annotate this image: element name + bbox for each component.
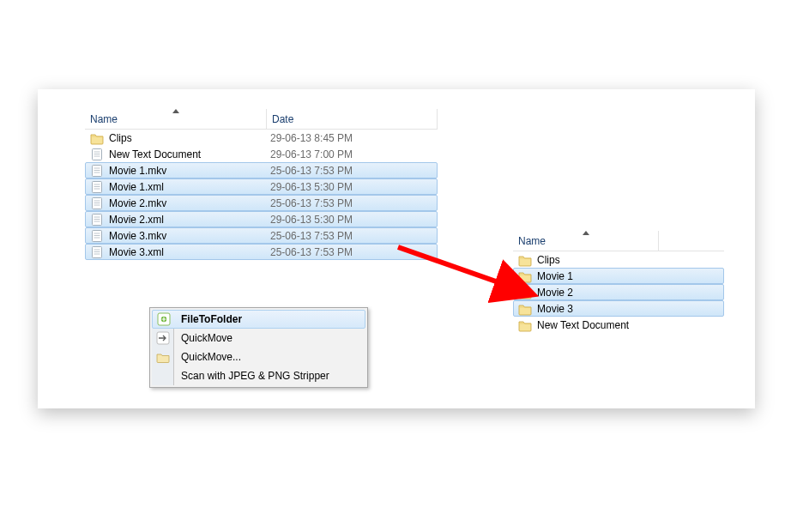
file-date-label: 25-06-13 7:53 PM: [270, 197, 437, 209]
file-date-label: 29-06-13 5:30 PM: [270, 214, 437, 226]
context-menu-item[interactable]: Scan with JPEG & PNG Stripper: [152, 366, 365, 385]
file-row[interactable]: Movie 3.xml25-06-13 7:53 PM: [85, 244, 438, 260]
file-icon: [90, 180, 104, 194]
file-name-label: Clips: [537, 254, 724, 266]
file-icon: [90, 229, 104, 243]
file-name-label: Movie 3: [537, 303, 723, 315]
context-menu-item[interactable]: FileToFolder: [152, 310, 365, 329]
column-header-name[interactable]: Name: [85, 109, 267, 129]
file-icon: [90, 245, 104, 259]
file-row[interactable]: Movie 2.xml29-06-13 5:30 PM: [85, 211, 438, 227]
file-row[interactable]: New Text Document: [513, 317, 724, 333]
file-row[interactable]: Clips29-06-13 8:45 PM: [85, 130, 438, 146]
file-row[interactable]: Movie 1.xml29-06-13 5:30 PM: [85, 178, 438, 195]
quickmove-icon: [156, 331, 170, 345]
file-date-label: 25-06-13 7:53 PM: [270, 246, 437, 258]
context-menu-item-label: Scan with JPEG & PNG Stripper: [181, 370, 329, 382]
file-date-label: 29-06-13 7:00 PM: [270, 148, 438, 160]
folder-icon: [518, 302, 532, 316]
folder-icon: [518, 253, 532, 267]
filetofolder-icon: [157, 312, 171, 326]
file-name-label: New Text Document: [109, 148, 270, 160]
context-menu-item-label: FileToFolder: [181, 313, 242, 325]
demo-card: Name Date Clips29-06-13 8:45 PMNew Text …: [38, 89, 755, 408]
file-icon: [90, 164, 104, 178]
file-row[interactable]: Movie 1.mkv25-06-13 7:53 PM: [85, 162, 438, 178]
file-name-label: Movie 1.mkv: [109, 165, 270, 177]
file-date-label: 29-06-13 8:45 PM: [270, 132, 438, 144]
file-name-label: Movie 3.mkv: [109, 230, 270, 242]
file-row[interactable]: New Text Document29-06-13 7:00 PM: [85, 146, 438, 162]
file-name-label: Movie 1: [537, 270, 723, 282]
column-header-row: Name Date: [85, 109, 438, 130]
column-header-date-label: Date: [272, 113, 293, 125]
right-file-list: ClipsMovie 1Movie 2Movie 3New Text Docum…: [513, 251, 724, 333]
folder-icon: [518, 286, 532, 299]
context-menu-item[interactable]: QuickMove...: [152, 348, 365, 366]
file-name-label: Movie 2: [537, 287, 723, 299]
file-name-label: New Text Document: [537, 319, 724, 331]
column-header-row: Name: [513, 231, 724, 251]
file-date-label: 29-06-13 5:30 PM: [270, 181, 437, 193]
sort-ascending-icon: [172, 109, 179, 113]
file-date-label: 25-06-13 7:53 PM: [270, 165, 437, 177]
context-menu-item-label: QuickMove...: [181, 351, 241, 363]
file-row[interactable]: Clips: [513, 251, 724, 268]
left-file-list: Clips29-06-13 8:45 PMNew Text Document29…: [85, 130, 438, 260]
file-icon: [90, 196, 104, 210]
file-icon: [90, 213, 104, 227]
folder-open-icon: [156, 350, 170, 364]
column-header-name-label: Name: [518, 235, 546, 247]
right-file-pane: Name ClipsMovie 1Movie 2Movie 3New Text …: [513, 231, 724, 333]
context-menu: FileToFolderQuickMoveQuickMove...Scan wi…: [149, 307, 368, 388]
context-menu-item[interactable]: QuickMove: [152, 329, 365, 348]
file-date-label: 25-06-13 7:53 PM: [270, 230, 437, 242]
folder-icon: [90, 131, 104, 145]
file-name-label: Movie 1.xml: [109, 181, 270, 193]
file-name-label: Movie 2.mkv: [109, 197, 270, 209]
folder-icon: [518, 269, 532, 283]
file-row[interactable]: Movie 2: [513, 284, 724, 300]
file-row[interactable]: Movie 3: [513, 300, 724, 317]
folder-icon: [518, 318, 532, 332]
sort-ascending-icon: [583, 231, 589, 235]
file-name-label: Clips: [109, 132, 270, 144]
file-row[interactable]: Movie 3.mkv25-06-13 7:53 PM: [85, 227, 438, 244]
file-name-label: Movie 3.xml: [109, 246, 270, 258]
column-header-name-label: Name: [90, 113, 118, 125]
file-row[interactable]: Movie 1: [513, 268, 724, 284]
column-header-name[interactable]: Name: [513, 231, 659, 251]
context-menu-item-label: QuickMove: [181, 332, 232, 344]
file-icon: [90, 148, 104, 161]
left-file-pane: Name Date Clips29-06-13 8:45 PMNew Text …: [85, 109, 438, 260]
file-row[interactable]: Movie 2.mkv25-06-13 7:53 PM: [85, 195, 438, 211]
column-header-date[interactable]: Date: [267, 109, 438, 129]
file-name-label: Movie 2.xml: [109, 214, 270, 226]
